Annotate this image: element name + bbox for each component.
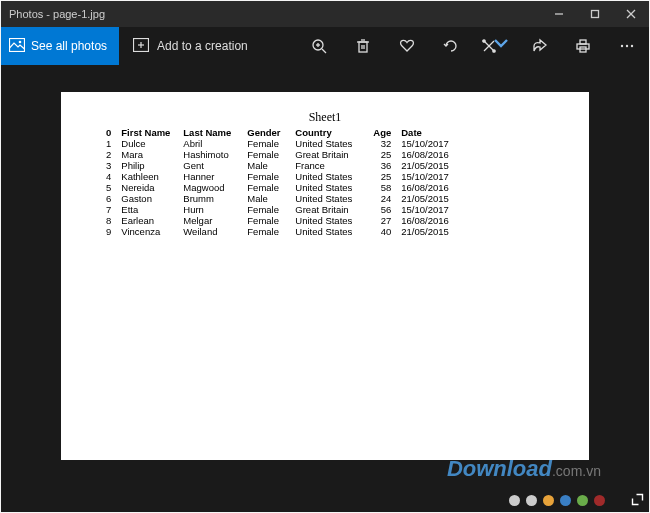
svg-point-25 bbox=[621, 45, 623, 47]
svg-point-20 bbox=[483, 40, 485, 42]
cell-gender: Female bbox=[242, 182, 290, 193]
color-dot bbox=[560, 495, 571, 506]
cell-index: 8 bbox=[101, 215, 116, 226]
cell-country: United States bbox=[290, 171, 368, 182]
cell-date: 16/08/2016 bbox=[396, 149, 460, 160]
cell-index: 2 bbox=[101, 149, 116, 160]
sheet-title: Sheet1 bbox=[101, 110, 549, 125]
cell-fname: Vincenza bbox=[116, 226, 178, 237]
data-table: 0 First Name Last Name Gender Country Ag… bbox=[101, 127, 460, 237]
svg-point-26 bbox=[626, 45, 628, 47]
cell-gender: Female bbox=[242, 226, 290, 237]
cell-fname: Mara bbox=[116, 149, 178, 160]
cell-gender: Female bbox=[242, 204, 290, 215]
viewer-area: Sheet1 0 First Name Last Name Gender Cou… bbox=[1, 65, 649, 512]
svg-point-5 bbox=[19, 40, 22, 43]
cell-fname: Etta bbox=[116, 204, 178, 215]
cell-age: 25 bbox=[368, 171, 396, 182]
cell-country: United States bbox=[290, 182, 368, 193]
rotate-button[interactable] bbox=[429, 27, 473, 65]
table-row: 8EarleanMelgarFemaleUnited States2716/08… bbox=[101, 215, 460, 226]
color-dot bbox=[543, 495, 554, 506]
cell-age: 25 bbox=[368, 149, 396, 160]
cell-lname: Weiland bbox=[178, 226, 242, 237]
cell-age: 32 bbox=[368, 138, 396, 149]
cell-fname: Gaston bbox=[116, 193, 178, 204]
zoom-button[interactable] bbox=[297, 27, 341, 65]
table-row: 5NereidaMagwoodFemaleUnited States5816/0… bbox=[101, 182, 460, 193]
close-button[interactable] bbox=[613, 1, 649, 27]
cell-lname: Hashimoto bbox=[178, 149, 242, 160]
col-header-gender: Gender bbox=[242, 127, 290, 138]
cell-index: 5 bbox=[101, 182, 116, 193]
table-row: 9VincenzaWeilandFemaleUnited States4021/… bbox=[101, 226, 460, 237]
cell-index: 7 bbox=[101, 204, 116, 215]
cell-age: 56 bbox=[368, 204, 396, 215]
favorite-button[interactable] bbox=[385, 27, 429, 65]
cell-fname: Earlean bbox=[116, 215, 178, 226]
window-title: Photos - page-1.jpg bbox=[1, 8, 541, 20]
cell-age: 24 bbox=[368, 193, 396, 204]
chevron-down-icon bbox=[493, 36, 509, 56]
col-header-date: Date bbox=[396, 127, 460, 138]
table-row: 7EttaHurnFemaleGreat Britain5615/10/2017 bbox=[101, 204, 460, 215]
color-dots bbox=[509, 495, 605, 506]
cell-index: 6 bbox=[101, 193, 116, 204]
cell-lname: Hanner bbox=[178, 171, 242, 182]
svg-rect-13 bbox=[359, 42, 367, 52]
cell-country: France bbox=[290, 160, 368, 171]
cell-date: 16/08/2016 bbox=[396, 182, 460, 193]
table-row: 4KathleenHannerFemaleUnited States2515/1… bbox=[101, 171, 460, 182]
cell-age: 27 bbox=[368, 215, 396, 226]
toolbar: See all photos Add to a creation bbox=[1, 27, 649, 65]
table-row: 6GastonBrummMaleUnited States2421/05/201… bbox=[101, 193, 460, 204]
cell-gender: Female bbox=[242, 171, 290, 182]
edit-button[interactable] bbox=[473, 27, 517, 65]
cell-country: United States bbox=[290, 138, 368, 149]
cell-country: United States bbox=[290, 193, 368, 204]
more-button[interactable] bbox=[605, 27, 649, 65]
add-to-creation-button[interactable]: Add to a creation bbox=[119, 27, 262, 65]
color-dot bbox=[509, 495, 520, 506]
cell-date: 21/05/2015 bbox=[396, 226, 460, 237]
add-to-creation-label: Add to a creation bbox=[157, 39, 248, 53]
titlebar: Photos - page-1.jpg bbox=[1, 1, 649, 27]
maximize-button[interactable] bbox=[577, 1, 613, 27]
watermark-main: Download bbox=[447, 456, 552, 481]
share-button[interactable] bbox=[517, 27, 561, 65]
resize-handle-icon[interactable] bbox=[628, 493, 645, 507]
see-all-photos-button[interactable]: See all photos bbox=[1, 27, 119, 65]
cell-gender: Male bbox=[242, 193, 290, 204]
cell-gender: Male bbox=[242, 160, 290, 171]
cell-index: 1 bbox=[101, 138, 116, 149]
image-page: Sheet1 0 First Name Last Name Gender Cou… bbox=[61, 92, 589, 460]
cell-age: 36 bbox=[368, 160, 396, 171]
svg-point-27 bbox=[631, 45, 633, 47]
cell-country: Great Britain bbox=[290, 204, 368, 215]
col-header-age: Age bbox=[368, 127, 396, 138]
col-header-index: 0 bbox=[101, 127, 116, 138]
col-header-country: Country bbox=[290, 127, 368, 138]
delete-button[interactable] bbox=[341, 27, 385, 65]
watermark-suffix: .com.vn bbox=[552, 463, 601, 479]
cell-lname: Magwood bbox=[178, 182, 242, 193]
window-controls bbox=[541, 1, 649, 27]
svg-line-10 bbox=[322, 49, 326, 53]
cell-date: 21/05/2015 bbox=[396, 193, 460, 204]
minimize-button[interactable] bbox=[541, 1, 577, 27]
cell-country: United States bbox=[290, 215, 368, 226]
cell-lname: Hurn bbox=[178, 204, 242, 215]
cell-country: Great Britain bbox=[290, 149, 368, 160]
cell-gender: Female bbox=[242, 138, 290, 149]
cell-date: 16/08/2016 bbox=[396, 215, 460, 226]
cell-lname: Gent bbox=[178, 160, 242, 171]
cell-fname: Dulce bbox=[116, 138, 178, 149]
cell-fname: Philip bbox=[116, 160, 178, 171]
svg-rect-1 bbox=[592, 11, 599, 18]
add-creation-icon bbox=[133, 38, 149, 55]
cell-lname: Brumm bbox=[178, 193, 242, 204]
cell-fname: Kathleen bbox=[116, 171, 178, 182]
table-row: 1DulceAbrilFemaleUnited States3215/10/20… bbox=[101, 138, 460, 149]
print-button[interactable] bbox=[561, 27, 605, 65]
cell-date: 15/10/2017 bbox=[396, 171, 460, 182]
